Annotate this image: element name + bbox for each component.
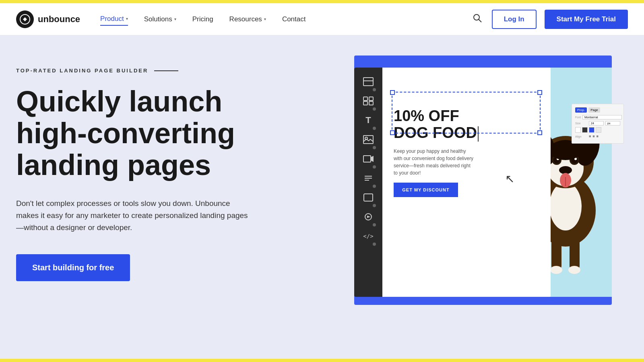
- hero-content: TOP-RATED LANDING PAGE BUILDER Quickly l…: [16, 60, 298, 281]
- hero-heading: Quickly launch high-converting landing p…: [16, 86, 298, 181]
- nav-actions: Log In Start My Free Trial: [471, 10, 628, 29]
- page-properties-tab[interactable]: Page: [588, 107, 600, 113]
- start-trial-button[interactable]: Start My Free Trial: [545, 10, 628, 29]
- properties-panel: Prop. Page Font Size: [572, 104, 624, 144]
- toolbar-video[interactable]: [359, 151, 378, 167]
- font-size-row: Size: [575, 121, 620, 125]
- svg-rect-34: [551, 239, 561, 271]
- properties-tabs: Prop. Page: [575, 107, 620, 113]
- hero-builder-preview: + +: [322, 56, 628, 337]
- top-accent-bar: [0, 0, 644, 3]
- svg-line-2: [479, 19, 481, 22]
- svg-point-19: [549, 182, 582, 230]
- align-left-icon[interactable]: ≡: [589, 134, 591, 138]
- nav-product[interactable]: Product ▾: [100, 13, 128, 26]
- cursor-arrow-icon: ↖: [505, 172, 514, 185]
- color-swatches: [575, 127, 620, 133]
- chevron-down-icon: ▾: [126, 16, 128, 21]
- builder-toolbar: T: [354, 68, 382, 297]
- nav-pricing[interactable]: Pricing: [192, 13, 213, 25]
- svg-rect-6: [369, 97, 373, 101]
- chevron-down-icon: ▾: [174, 17, 176, 21]
- logo-text: unbounce: [38, 14, 80, 25]
- bottom-accent-bar: [0, 359, 644, 362]
- text-cursor: [478, 126, 479, 142]
- font-size-input[interactable]: [589, 121, 604, 125]
- toolbar-section[interactable]: [359, 74, 378, 90]
- canvas-cta-button[interactable]: GET MY DISCOUNT: [394, 183, 458, 197]
- login-button[interactable]: Log In: [492, 10, 537, 29]
- svg-rect-9: [363, 136, 373, 144]
- toolbar-box[interactable]: [359, 189, 378, 206]
- color-light[interactable]: [596, 127, 601, 133]
- toolbar-text[interactable]: T: [359, 112, 378, 128]
- canvas-subtext: Keep your pup happy and healthy with our…: [394, 148, 474, 177]
- font-unit-input[interactable]: [605, 121, 620, 125]
- logo[interactable]: unbounce: [16, 10, 80, 28]
- main-navigation: unbounce Product ▾ Solutions ▾ Pricing R…: [0, 3, 644, 35]
- handle-top-left: [390, 90, 395, 95]
- svg-rect-5: [363, 97, 367, 101]
- hero-section: TOP-RATED LANDING PAGE BUILDER Quickly l…: [0, 35, 644, 362]
- builder-canvas: 10% OFF DOG FOOD ↖ Keep your pup happy a…: [382, 68, 551, 297]
- toolbar-button[interactable]: [359, 209, 378, 225]
- search-button[interactable]: [471, 12, 484, 27]
- svg-rect-15: [364, 194, 373, 201]
- color-white[interactable]: [575, 127, 581, 133]
- hero-tag: TOP-RATED LANDING PAGE BUILDER: [16, 68, 298, 74]
- font-name-row: Font: [575, 115, 620, 119]
- nav-links: Product ▾ Solutions ▾ Pricing Resources …: [100, 13, 471, 26]
- svg-rect-3: [363, 78, 373, 86]
- svg-rect-7: [363, 101, 367, 105]
- logo-icon: [16, 10, 34, 28]
- svg-point-1: [474, 14, 479, 20]
- hero-description: Don't let complex processes or tools slo…: [16, 197, 250, 234]
- chevron-down-icon: ▾: [264, 17, 266, 21]
- svg-rect-11: [363, 156, 371, 162]
- toolbar-grid[interactable]: [359, 93, 378, 109]
- svg-rect-8: [369, 101, 373, 105]
- nav-resources[interactable]: Resources ▾: [229, 13, 266, 25]
- properties-tab[interactable]: Prop.: [575, 107, 587, 113]
- align-center-icon[interactable]: ≡: [592, 134, 594, 138]
- color-dark[interactable]: [582, 127, 588, 133]
- toolbar-image[interactable]: [359, 132, 378, 148]
- nav-contact[interactable]: Contact: [282, 13, 306, 25]
- builder-mockup: + +: [322, 56, 612, 337]
- nav-solutions[interactable]: Solutions ▾: [144, 13, 176, 25]
- handle-top-right: [537, 90, 542, 95]
- align-right-icon[interactable]: ≡: [597, 134, 599, 138]
- svg-point-37: [568, 266, 580, 274]
- canvas-headline: 10% OFF DOG FOOD: [394, 108, 539, 142]
- toolbar-code[interactable]: </>: [359, 228, 378, 244]
- start-building-button[interactable]: Start building for free: [16, 254, 130, 281]
- font-name-input[interactable]: [582, 115, 622, 119]
- toolbar-form[interactable]: [359, 170, 378, 186]
- alignment-row: Align ≡ ≡ ≡: [575, 134, 620, 138]
- svg-marker-17: [367, 216, 370, 218]
- color-blue[interactable]: [589, 127, 594, 133]
- svg-rect-35: [570, 239, 580, 271]
- svg-point-36: [550, 266, 562, 274]
